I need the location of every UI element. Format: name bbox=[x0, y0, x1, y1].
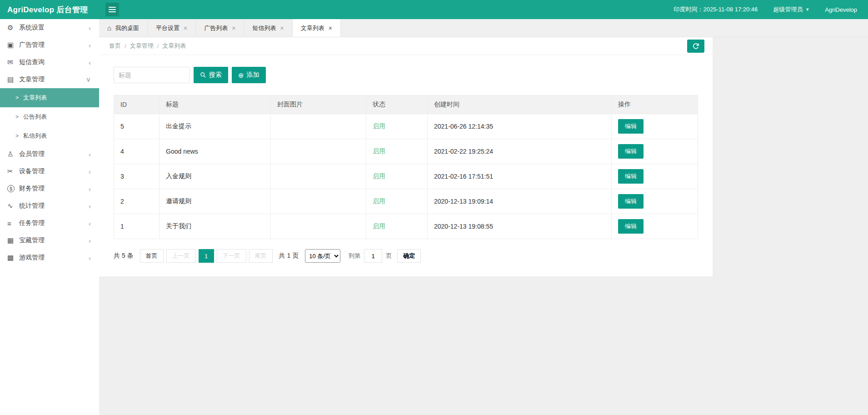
edit-button[interactable]: 编辑 bbox=[618, 219, 644, 234]
page-size-select[interactable]: 10 条/页 bbox=[305, 249, 340, 263]
col-title: 标题 bbox=[160, 95, 271, 114]
main-area: ⌂ 我的桌面 平台设置 × 广告列表 × 短信列表 × 文章列表 × bbox=[99, 19, 868, 415]
breadcrumb-current: 文章列表 bbox=[162, 42, 186, 50]
hamburger-menu-button[interactable] bbox=[105, 3, 119, 16]
sidebar-subitem-notice-list[interactable]: > 公告列表 bbox=[0, 107, 99, 126]
chevron-left-icon: ‹ bbox=[89, 41, 91, 49]
title-cell: Good news bbox=[160, 139, 271, 164]
tab-ad-list[interactable]: 广告列表 × bbox=[196, 19, 244, 37]
actions-cell: 编辑 bbox=[612, 164, 698, 189]
hamburger-icon bbox=[109, 7, 116, 8]
cover-cell bbox=[271, 189, 366, 214]
title-search-input[interactable] bbox=[114, 67, 190, 83]
status-cell: 启用 bbox=[366, 214, 428, 239]
sidebar-item-members[interactable]: ♙ 会员管理 ‹ bbox=[0, 145, 99, 163]
submenu-arrow-icon: > bbox=[15, 114, 19, 120]
cover-cell bbox=[271, 114, 366, 139]
breadcrumb-home-link[interactable]: 首页 bbox=[109, 42, 121, 50]
refresh-button[interactable] bbox=[687, 40, 704, 53]
status-badge: 启用 bbox=[373, 172, 385, 180]
tab-platform-settings[interactable]: 平台设置 × bbox=[148, 19, 196, 37]
submenu-arrow-icon: > bbox=[15, 95, 19, 101]
submenu-arrow-icon: > bbox=[15, 133, 19, 139]
status-cell: 启用 bbox=[366, 189, 428, 214]
close-icon[interactable]: × bbox=[329, 25, 332, 31]
header-right: 印度时间：2025-11-08 17:20:46 超级管理员 ▼ AgriDev… bbox=[674, 5, 868, 14]
next-page-button[interactable]: 下一页 bbox=[217, 249, 246, 263]
close-icon[interactable]: × bbox=[232, 25, 235, 31]
sidebar-item-articles[interactable]: ▤ 文章管理 ∨ bbox=[0, 71, 99, 88]
title-cell: 入金规则 bbox=[160, 164, 271, 189]
confirm-button[interactable]: 确定 bbox=[397, 249, 421, 263]
first-page-button[interactable]: 首页 bbox=[140, 249, 164, 263]
close-icon[interactable]: × bbox=[184, 25, 187, 31]
chevron-left-icon: ‹ bbox=[89, 237, 91, 245]
tools-icon: ✂ bbox=[7, 167, 19, 175]
sidebar-item-finance[interactable]: $ 财务管理 ‹ bbox=[0, 180, 99, 197]
id-cell: 1 bbox=[114, 214, 160, 239]
sidebar-item-tasks[interactable]: ≡ 任务管理 ‹ bbox=[0, 215, 99, 232]
close-icon[interactable]: × bbox=[280, 25, 284, 31]
book-icon: ▤ bbox=[7, 75, 19, 84]
col-actions: 操作 bbox=[612, 95, 698, 114]
created-cell: 2021-06-26 12:14:35 bbox=[428, 114, 612, 139]
edit-button[interactable]: 编辑 bbox=[618, 119, 644, 134]
status-badge: 启用 bbox=[373, 197, 385, 205]
sidebar-subitem-article-list[interactable]: > 文章列表 bbox=[0, 88, 99, 107]
pagination: 共 5 条 首页 上一页 1 下一页 尾页 共 1 页 10 条/页 到第 页 … bbox=[114, 249, 698, 263]
last-page-button[interactable]: 尾页 bbox=[249, 249, 273, 263]
actions-cell: 编辑 bbox=[612, 114, 698, 139]
sidebar-item-treasure[interactable]: ▦ 宝藏管理 ‹ bbox=[0, 232, 99, 249]
title-cell: 关于我们 bbox=[160, 214, 271, 239]
edit-button[interactable]: 编辑 bbox=[618, 144, 644, 159]
table-row: 1 关于我们 启用 2020-12-13 19:08:55 编辑 bbox=[114, 214, 698, 239]
breadcrumb: 首页 / 文章管理 / 文章列表 bbox=[99, 37, 713, 55]
col-cover: 封面图片 bbox=[271, 95, 366, 114]
refresh-icon bbox=[692, 43, 699, 50]
article-table: ID 标题 封面图片 状态 创建时间 操作 5 出金提示 bbox=[114, 95, 698, 239]
tab-article-list[interactable]: 文章列表 × bbox=[293, 19, 341, 37]
cover-cell bbox=[271, 214, 366, 239]
plus-circle-icon: ⊕ bbox=[238, 72, 244, 79]
cover-cell bbox=[271, 164, 366, 189]
tab-desktop[interactable]: ⌂ 我的桌面 bbox=[99, 19, 148, 37]
prev-page-button[interactable]: 上一页 bbox=[166, 249, 196, 263]
breadcrumb-article-mgmt-link[interactable]: 文章管理 bbox=[130, 42, 154, 50]
title-cell: 出金提示 bbox=[160, 114, 271, 139]
table-row: 3 入金规则 启用 2021-02-16 17:51:51 编辑 bbox=[114, 164, 698, 189]
search-icon bbox=[200, 72, 206, 78]
search-button[interactable]: 搜索 bbox=[194, 67, 228, 83]
page-content: 搜索 ⊕ 添加 ID 标题 封面图片 状态 bbox=[99, 55, 713, 276]
chevron-left-icon: ‹ bbox=[89, 185, 91, 193]
chevron-left-icon: ‹ bbox=[89, 220, 91, 227]
app-title: AgriDevelop 后台管理 bbox=[0, 5, 99, 15]
id-cell: 4 bbox=[114, 139, 160, 164]
dollar-icon: $ bbox=[7, 185, 15, 192]
sidebar-item-sms[interactable]: ✉ 短信查询 ‹ bbox=[0, 54, 99, 71]
role-dropdown[interactable]: 超级管理员 ▼ bbox=[773, 5, 809, 14]
sidebar-subitem-private-message-list[interactable]: > 私信列表 bbox=[0, 126, 99, 145]
title-cell: 邀请规则 bbox=[160, 189, 271, 214]
chevron-left-icon: ‹ bbox=[89, 254, 91, 262]
gear-icon: ⚙ bbox=[7, 24, 19, 32]
sidebar-item-system-settings[interactable]: ⚙ 系统设置 ‹ bbox=[0, 19, 99, 36]
sidebar-item-ads[interactable]: ▣ 广告管理 ‹ bbox=[0, 36, 99, 54]
server-time: 印度时间：2025-11-08 17:20:46 bbox=[674, 5, 758, 14]
col-created: 创建时间 bbox=[428, 95, 612, 114]
id-cell: 5 bbox=[114, 114, 160, 139]
sidebar-item-devices[interactable]: ✂ 设备管理 ‹ bbox=[0, 163, 99, 180]
edit-button[interactable]: 编辑 bbox=[618, 169, 644, 184]
goto-page-input[interactable] bbox=[364, 249, 382, 263]
chevron-left-icon: ‹ bbox=[89, 24, 91, 32]
created-cell: 2020-12-13 19:09:14 bbox=[428, 189, 612, 214]
edit-button[interactable]: 编辑 bbox=[618, 194, 644, 209]
sidebar-item-games[interactable]: ▩ 游戏管理 ‹ bbox=[0, 249, 99, 266]
tab-sms-list[interactable]: 短信列表 × bbox=[244, 19, 292, 37]
add-button[interactable]: ⊕ 添加 bbox=[232, 67, 266, 83]
account-name[interactable]: AgriDevelop bbox=[825, 6, 857, 13]
sidebar-item-statistics[interactable]: ∿ 统计管理 ‹ bbox=[0, 197, 99, 215]
page-1-button[interactable]: 1 bbox=[199, 249, 214, 263]
chevron-left-icon: ‹ bbox=[89, 59, 91, 66]
image-icon: ▣ bbox=[7, 41, 19, 49]
chevron-left-icon: ‹ bbox=[89, 202, 91, 210]
